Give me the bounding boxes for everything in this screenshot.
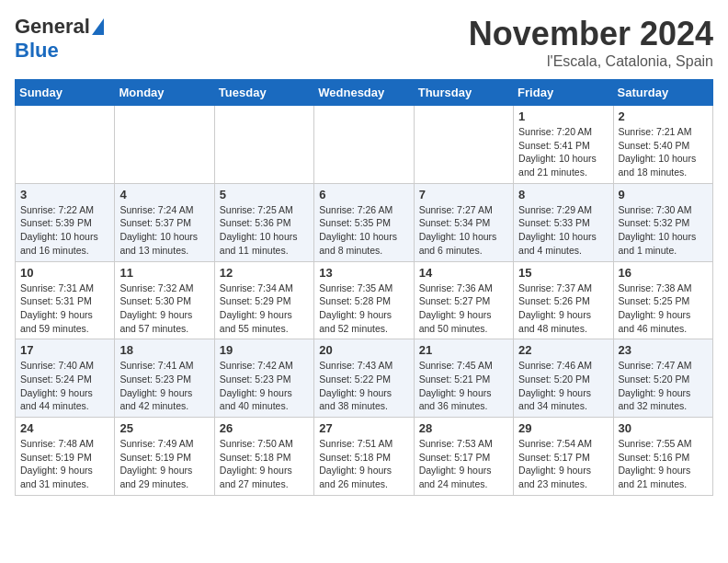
day-number: 16 (619, 266, 708, 280)
calendar-cell: 17Sunrise: 7:40 AM Sunset: 5:24 PM Dayli… (16, 339, 115, 418)
calendar-table: SundayMondayTuesdayWednesdayThursdayFrid… (15, 79, 713, 496)
calendar-cell: 14Sunrise: 7:36 AM Sunset: 5:27 PM Dayli… (414, 261, 513, 339)
day-info: Sunrise: 7:40 AM Sunset: 5:24 PM Dayligh… (20, 359, 109, 413)
day-info: Sunrise: 7:54 AM Sunset: 5:17 PM Dayligh… (518, 437, 608, 491)
day-number: 15 (518, 266, 608, 280)
logo-general-text: General (15, 15, 90, 39)
day-number: 18 (119, 343, 209, 357)
day-info: Sunrise: 7:34 AM Sunset: 5:29 PM Dayligh… (220, 282, 309, 336)
day-info: Sunrise: 7:47 AM Sunset: 5:20 PM Dayligh… (619, 359, 708, 413)
day-info: Sunrise: 7:51 AM Sunset: 5:18 PM Dayligh… (319, 437, 408, 491)
day-number: 1 (518, 109, 608, 123)
day-info: Sunrise: 7:25 AM Sunset: 5:36 PM Dayligh… (220, 203, 309, 258)
day-info: Sunrise: 7:50 AM Sunset: 5:18 PM Dayligh… (220, 437, 309, 491)
calendar-cell: 11Sunrise: 7:32 AM Sunset: 5:30 PM Dayli… (115, 261, 214, 339)
calendar-cell (16, 106, 115, 184)
calendar-week-1: 1Sunrise: 7:20 AM Sunset: 5:41 PM Daylig… (16, 106, 713, 184)
calendar-cell: 10Sunrise: 7:31 AM Sunset: 5:31 PM Dayli… (16, 261, 115, 339)
calendar-cell: 13Sunrise: 7:35 AM Sunset: 5:28 PM Dayli… (314, 261, 414, 339)
day-number: 20 (319, 343, 408, 357)
calendar-cell (314, 106, 414, 184)
calendar-week-2: 3Sunrise: 7:22 AM Sunset: 5:39 PM Daylig… (16, 183, 713, 261)
calendar-cell: 4Sunrise: 7:24 AM Sunset: 5:37 PM Daylig… (115, 183, 214, 261)
calendar-header-row: SundayMondayTuesdayWednesdayThursdayFrid… (16, 80, 713, 106)
calendar-cell (414, 106, 513, 184)
logo-triangle-icon (92, 18, 104, 35)
day-info: Sunrise: 7:42 AM Sunset: 5:23 PM Dayligh… (220, 359, 309, 413)
day-info: Sunrise: 7:20 AM Sunset: 5:41 PM Dayligh… (518, 125, 608, 179)
calendar-cell: 9Sunrise: 7:30 AM Sunset: 5:32 PM Daylig… (613, 183, 712, 261)
calendar-cell: 27Sunrise: 7:51 AM Sunset: 5:18 PM Dayli… (314, 418, 414, 496)
day-number: 19 (220, 343, 309, 357)
day-number: 6 (319, 188, 408, 201)
day-info: Sunrise: 7:26 AM Sunset: 5:35 PM Dayligh… (319, 203, 408, 258)
calendar-cell: 7Sunrise: 7:27 AM Sunset: 5:34 PM Daylig… (414, 183, 513, 261)
weekday-header-monday: Monday (115, 80, 214, 106)
day-number: 21 (419, 343, 508, 357)
day-info: Sunrise: 7:29 AM Sunset: 5:33 PM Dayligh… (518, 203, 608, 258)
calendar-cell: 21Sunrise: 7:45 AM Sunset: 5:21 PM Dayli… (414, 339, 513, 418)
day-info: Sunrise: 7:43 AM Sunset: 5:22 PM Dayligh… (319, 359, 408, 413)
calendar-cell: 12Sunrise: 7:34 AM Sunset: 5:29 PM Dayli… (214, 261, 313, 339)
logo: General Blue (15, 15, 104, 63)
calendar-cell: 2Sunrise: 7:21 AM Sunset: 5:40 PM Daylig… (613, 106, 712, 184)
calendar-cell: 6Sunrise: 7:26 AM Sunset: 5:35 PM Daylig… (314, 183, 414, 261)
day-number: 5 (220, 188, 309, 201)
day-number: 11 (119, 266, 209, 280)
weekday-header-wednesday: Wednesday (314, 80, 414, 106)
weekday-header-friday: Friday (514, 80, 613, 106)
day-number: 10 (20, 266, 109, 280)
day-info: Sunrise: 7:55 AM Sunset: 5:16 PM Dayligh… (619, 437, 708, 491)
day-number: 9 (619, 188, 708, 201)
day-number: 12 (220, 266, 309, 280)
day-number: 14 (419, 266, 508, 280)
day-number: 29 (518, 421, 608, 435)
calendar-cell: 24Sunrise: 7:48 AM Sunset: 5:19 PM Dayli… (16, 418, 115, 496)
calendar-cell: 22Sunrise: 7:46 AM Sunset: 5:20 PM Dayli… (514, 339, 613, 418)
day-info: Sunrise: 7:22 AM Sunset: 5:39 PM Dayligh… (20, 203, 109, 258)
calendar-cell: 16Sunrise: 7:38 AM Sunset: 5:25 PM Dayli… (613, 261, 712, 339)
day-number: 8 (518, 188, 608, 201)
calendar-cell: 30Sunrise: 7:55 AM Sunset: 5:16 PM Dayli… (613, 418, 712, 496)
day-info: Sunrise: 7:41 AM Sunset: 5:23 PM Dayligh… (119, 359, 209, 413)
day-info: Sunrise: 7:46 AM Sunset: 5:20 PM Dayligh… (518, 359, 608, 413)
calendar-cell: 23Sunrise: 7:47 AM Sunset: 5:20 PM Dayli… (613, 339, 712, 418)
day-info: Sunrise: 7:21 AM Sunset: 5:40 PM Dayligh… (619, 125, 708, 179)
day-number: 24 (20, 421, 109, 435)
day-number: 25 (119, 421, 209, 435)
logo-blue-text: Blue (15, 39, 59, 63)
day-info: Sunrise: 7:24 AM Sunset: 5:37 PM Dayligh… (119, 203, 209, 258)
calendar-cell: 5Sunrise: 7:25 AM Sunset: 5:36 PM Daylig… (214, 183, 313, 261)
calendar-cell: 3Sunrise: 7:22 AM Sunset: 5:39 PM Daylig… (16, 183, 115, 261)
calendar-cell: 28Sunrise: 7:53 AM Sunset: 5:17 PM Dayli… (414, 418, 513, 496)
month-title: November 2024 (469, 15, 713, 53)
day-number: 13 (319, 266, 408, 280)
calendar-cell: 26Sunrise: 7:50 AM Sunset: 5:18 PM Dayli… (214, 418, 313, 496)
weekday-header-tuesday: Tuesday (214, 80, 313, 106)
calendar-week-5: 24Sunrise: 7:48 AM Sunset: 5:19 PM Dayli… (16, 418, 713, 496)
day-number: 22 (518, 343, 608, 357)
calendar-week-3: 10Sunrise: 7:31 AM Sunset: 5:31 PM Dayli… (16, 261, 713, 339)
calendar-cell: 20Sunrise: 7:43 AM Sunset: 5:22 PM Dayli… (314, 339, 414, 418)
day-info: Sunrise: 7:45 AM Sunset: 5:21 PM Dayligh… (419, 359, 508, 413)
weekday-header-thursday: Thursday (414, 80, 513, 106)
day-info: Sunrise: 7:36 AM Sunset: 5:27 PM Dayligh… (419, 282, 508, 336)
day-number: 26 (220, 421, 309, 435)
calendar-cell: 29Sunrise: 7:54 AM Sunset: 5:17 PM Dayli… (514, 418, 613, 496)
day-info: Sunrise: 7:32 AM Sunset: 5:30 PM Dayligh… (119, 282, 209, 336)
page-header: General Blue November 2024 l'Escala, Cat… (15, 15, 713, 70)
calendar-cell: 15Sunrise: 7:37 AM Sunset: 5:26 PM Dayli… (514, 261, 613, 339)
day-info: Sunrise: 7:30 AM Sunset: 5:32 PM Dayligh… (619, 203, 708, 258)
day-info: Sunrise: 7:49 AM Sunset: 5:19 PM Dayligh… (119, 437, 209, 491)
weekday-header-sunday: Sunday (16, 80, 115, 106)
day-info: Sunrise: 7:35 AM Sunset: 5:28 PM Dayligh… (319, 282, 408, 336)
day-number: 30 (619, 421, 708, 435)
calendar-cell: 1Sunrise: 7:20 AM Sunset: 5:41 PM Daylig… (514, 106, 613, 184)
day-number: 28 (419, 421, 508, 435)
calendar-week-4: 17Sunrise: 7:40 AM Sunset: 5:24 PM Dayli… (16, 339, 713, 418)
day-number: 23 (619, 343, 708, 357)
day-info: Sunrise: 7:27 AM Sunset: 5:34 PM Dayligh… (419, 203, 508, 258)
day-info: Sunrise: 7:38 AM Sunset: 5:25 PM Dayligh… (619, 282, 708, 336)
day-number: 27 (319, 421, 408, 435)
day-info: Sunrise: 7:31 AM Sunset: 5:31 PM Dayligh… (20, 282, 109, 336)
